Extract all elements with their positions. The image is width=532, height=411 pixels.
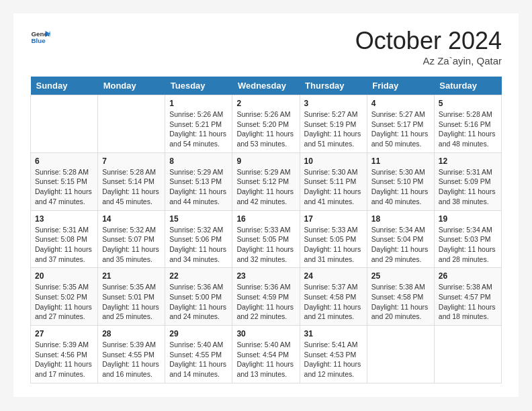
day-info: Sunrise: 5:27 AMSunset: 5:17 PMDaylight:… [371, 109, 430, 149]
day-info: Sunrise: 5:31 AMSunset: 5:09 PMDaylight:… [439, 167, 497, 207]
day-info: Sunrise: 5:35 AMSunset: 5:01 PMDaylight:… [102, 282, 161, 322]
calendar-cell: 21Sunrise: 5:35 AMSunset: 5:01 PMDayligh… [98, 268, 165, 326]
day-number: 6 [35, 156, 93, 166]
day-number: 29 [169, 329, 228, 338]
calendar-cell: 3Sunrise: 5:27 AMSunset: 5:19 PMDaylight… [300, 95, 367, 153]
calendar-container: General Blue October 2024 Az Za`ayin, Qa… [13, 13, 519, 397]
day-number: 26 [439, 271, 497, 281]
day-number: 17 [304, 214, 363, 224]
calendar-cell: 20Sunrise: 5:35 AMSunset: 5:02 PMDayligh… [31, 268, 98, 326]
calendar-cell [98, 95, 165, 153]
day-number: 5 [439, 99, 497, 108]
day-number: 18 [371, 214, 430, 224]
header: General Blue October 2024 Az Za`ayin, Qa… [30, 27, 502, 66]
calendar-cell: 13Sunrise: 5:31 AMSunset: 5:08 PMDayligh… [31, 210, 98, 268]
week-row-5: 27Sunrise: 5:39 AMSunset: 4:56 PMDayligh… [31, 326, 502, 383]
day-info: Sunrise: 5:37 AMSunset: 4:58 PMDaylight:… [304, 282, 363, 322]
day-info: Sunrise: 5:36 AMSunset: 4:59 PMDaylight:… [236, 282, 295, 322]
calendar-cell: 27Sunrise: 5:39 AMSunset: 4:56 PMDayligh… [31, 326, 98, 383]
calendar-cell: 26Sunrise: 5:38 AMSunset: 4:57 PMDayligh… [434, 268, 501, 326]
day-number: 28 [102, 329, 161, 338]
logo: General Blue [30, 27, 50, 47]
day-info: Sunrise: 5:28 AMSunset: 5:15 PMDaylight:… [35, 167, 93, 207]
day-number: 21 [102, 271, 161, 281]
calendar-header: SundayMondayTuesdayWednesdayThursdayFrid… [31, 77, 502, 95]
calendar-cell: 28Sunrise: 5:39 AMSunset: 4:55 PMDayligh… [98, 326, 165, 383]
day-info: Sunrise: 5:40 AMSunset: 4:55 PMDaylight:… [169, 340, 228, 379]
month-title: October 2024 [355, 27, 502, 55]
calendar-cell: 19Sunrise: 5:34 AMSunset: 5:03 PMDayligh… [434, 210, 501, 268]
calendar-cell: 10Sunrise: 5:30 AMSunset: 5:11 PMDayligh… [300, 152, 367, 210]
calendar-cell: 25Sunrise: 5:38 AMSunset: 4:58 PMDayligh… [367, 268, 434, 326]
day-info: Sunrise: 5:34 AMSunset: 5:04 PMDaylight:… [371, 225, 430, 265]
week-row-1: 1Sunrise: 5:26 AMSunset: 5:21 PMDaylight… [31, 95, 502, 153]
logo-icon: General Blue [30, 27, 50, 47]
location: Az Za`ayin, Qatar [355, 55, 502, 66]
calendar-table: SundayMondayTuesdayWednesdayThursdayFrid… [30, 77, 502, 383]
week-row-2: 6Sunrise: 5:28 AMSunset: 5:15 PMDaylight… [31, 152, 502, 210]
weekday-header-thursday: Thursday [300, 77, 367, 95]
day-info: Sunrise: 5:41 AMSunset: 4:53 PMDaylight:… [304, 340, 363, 379]
day-info: Sunrise: 5:39 AMSunset: 4:56 PMDaylight:… [35, 340, 93, 379]
day-info: Sunrise: 5:27 AMSunset: 5:19 PMDaylight:… [304, 109, 363, 149]
weekday-header-sunday: Sunday [31, 77, 98, 95]
calendar-cell: 31Sunrise: 5:41 AMSunset: 4:53 PMDayligh… [300, 326, 367, 383]
day-info: Sunrise: 5:38 AMSunset: 4:57 PMDaylight:… [439, 282, 497, 322]
calendar-cell: 14Sunrise: 5:32 AMSunset: 5:07 PMDayligh… [98, 210, 165, 268]
day-info: Sunrise: 5:29 AMSunset: 5:13 PMDaylight:… [169, 167, 228, 207]
day-number: 11 [371, 156, 430, 166]
day-number: 13 [35, 214, 93, 224]
day-info: Sunrise: 5:28 AMSunset: 5:14 PMDaylight:… [102, 167, 161, 207]
calendar-cell: 1Sunrise: 5:26 AMSunset: 5:21 PMDaylight… [165, 95, 232, 153]
day-number: 31 [304, 329, 363, 338]
calendar-cell: 7Sunrise: 5:28 AMSunset: 5:14 PMDaylight… [98, 152, 165, 210]
day-info: Sunrise: 5:30 AMSunset: 5:11 PMDaylight:… [304, 167, 363, 207]
day-info: Sunrise: 5:32 AMSunset: 5:06 PMDaylight:… [169, 225, 228, 265]
calendar-cell: 22Sunrise: 5:36 AMSunset: 5:00 PMDayligh… [165, 268, 232, 326]
day-number: 3 [304, 99, 363, 108]
day-info: Sunrise: 5:34 AMSunset: 5:03 PMDaylight:… [439, 225, 497, 265]
calendar-cell: 12Sunrise: 5:31 AMSunset: 5:09 PMDayligh… [434, 152, 501, 210]
day-info: Sunrise: 5:29 AMSunset: 5:12 PMDaylight:… [236, 167, 295, 207]
day-info: Sunrise: 5:31 AMSunset: 5:08 PMDaylight:… [35, 225, 93, 265]
calendar-cell: 6Sunrise: 5:28 AMSunset: 5:15 PMDaylight… [31, 152, 98, 210]
calendar-cell: 2Sunrise: 5:26 AMSunset: 5:20 PMDaylight… [232, 95, 300, 153]
day-number: 30 [236, 329, 295, 338]
title-block: October 2024 Az Za`ayin, Qatar [355, 27, 502, 66]
day-number: 9 [236, 156, 295, 166]
day-number: 27 [35, 329, 93, 338]
calendar-cell: 18Sunrise: 5:34 AMSunset: 5:04 PMDayligh… [367, 210, 434, 268]
weekday-header-tuesday: Tuesday [165, 77, 232, 95]
day-info: Sunrise: 5:40 AMSunset: 4:54 PMDaylight:… [236, 340, 295, 379]
day-info: Sunrise: 5:33 AMSunset: 5:05 PMDaylight:… [236, 225, 295, 265]
day-info: Sunrise: 5:26 AMSunset: 5:21 PMDaylight:… [169, 109, 228, 149]
day-info: Sunrise: 5:39 AMSunset: 4:55 PMDaylight:… [102, 340, 161, 379]
calendar-cell: 24Sunrise: 5:37 AMSunset: 4:58 PMDayligh… [300, 268, 367, 326]
day-number: 8 [169, 156, 228, 166]
weekday-header-monday: Monday [98, 77, 165, 95]
day-number: 1 [169, 99, 228, 108]
calendar-cell [31, 95, 98, 153]
day-number: 14 [102, 214, 161, 224]
day-info: Sunrise: 5:38 AMSunset: 4:58 PMDaylight:… [371, 282, 430, 322]
day-number: 4 [371, 99, 430, 108]
calendar-cell: 23Sunrise: 5:36 AMSunset: 4:59 PMDayligh… [232, 268, 300, 326]
day-info: Sunrise: 5:32 AMSunset: 5:07 PMDaylight:… [102, 225, 161, 265]
calendar-cell: 29Sunrise: 5:40 AMSunset: 4:55 PMDayligh… [165, 326, 232, 383]
weekday-header-saturday: Saturday [434, 77, 501, 95]
day-number: 25 [371, 271, 430, 281]
calendar-cell: 4Sunrise: 5:27 AMSunset: 5:17 PMDaylight… [367, 95, 434, 153]
day-info: Sunrise: 5:33 AMSunset: 5:05 PMDaylight:… [304, 225, 363, 265]
day-number: 16 [236, 214, 295, 224]
day-number: 10 [304, 156, 363, 166]
calendar-cell: 8Sunrise: 5:29 AMSunset: 5:13 PMDaylight… [165, 152, 232, 210]
weekday-row: SundayMondayTuesdayWednesdayThursdayFrid… [31, 77, 502, 95]
calendar-cell: 17Sunrise: 5:33 AMSunset: 5:05 PMDayligh… [300, 210, 367, 268]
calendar-cell [367, 326, 434, 383]
weekday-header-friday: Friday [367, 77, 434, 95]
calendar-body: 1Sunrise: 5:26 AMSunset: 5:21 PMDaylight… [31, 95, 502, 383]
week-row-3: 13Sunrise: 5:31 AMSunset: 5:08 PMDayligh… [31, 210, 502, 268]
calendar-cell: 9Sunrise: 5:29 AMSunset: 5:12 PMDaylight… [232, 152, 300, 210]
day-number: 23 [236, 271, 295, 281]
day-number: 19 [439, 214, 497, 224]
